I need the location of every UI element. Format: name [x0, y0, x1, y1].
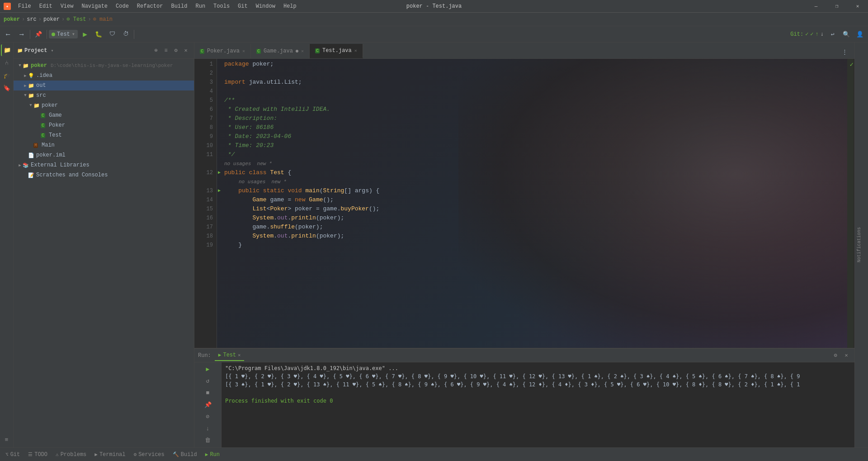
breadcrumb-main[interactable]: ⊙ main [93, 16, 113, 23]
debug-button[interactable]: 🐛 [92, 28, 105, 41]
tree-item-src[interactable]: ▼ 📁 src [14, 90, 194, 100]
minimize-button[interactable]: — [806, 0, 826, 13]
run-tab-test[interactable]: ▶ Test ✕ [215, 350, 244, 361]
menu-file[interactable]: File [14, 2, 35, 10]
code-line-19: } [224, 241, 847, 250]
tree-item-game[interactable]: C Game [14, 110, 194, 120]
tree-item-poker[interactable]: C Poker [14, 120, 194, 130]
run-rerun-button[interactable]: ↺ [202, 376, 214, 386]
git-label: Git: [790, 31, 803, 38]
bottom-tab-terminal[interactable]: ▶ Terminal [91, 449, 129, 461]
run-stop-button[interactable]: ■ [202, 388, 214, 398]
tab-poker-java[interactable]: C Poker.java ✕ [194, 44, 251, 58]
breadcrumb-poker[interactable]: poker [4, 16, 20, 23]
run-trash-button[interactable]: 🗑 [202, 436, 214, 446]
line-num-12: 12 [194, 168, 213, 177]
menu-run[interactable]: Run [192, 2, 209, 10]
menu-tools[interactable]: Tools [210, 2, 233, 10]
notification-label[interactable]: Notifications [855, 223, 863, 266]
sidebar-header: 📁 Project ▾ ⊕ ≡ ⚙ ✕ [14, 43, 194, 59]
toolbar-forward[interactable]: ⟶ [15, 28, 28, 41]
run-play-button[interactable]: ▶ [202, 364, 214, 374]
tab-close-test[interactable]: ✕ [354, 48, 357, 53]
tree-item-main[interactable]: M Main [14, 140, 194, 150]
undo-button[interactable]: ↩ [826, 28, 839, 41]
activity-learn[interactable]: 🎓 [1, 70, 13, 81]
line-num-16: 16 [194, 214, 213, 223]
git-checkmark2[interactable]: ✓ [810, 31, 813, 38]
menu-edit[interactable]: Edit [36, 2, 56, 10]
breadcrumb-poker2[interactable]: poker [43, 16, 60, 23]
bottom-tab-problems[interactable]: ⚠ Problems [52, 449, 90, 461]
run-config-selector[interactable]: Test ▾ [49, 30, 78, 38]
window-controls: — ❐ ✕ [806, 0, 868, 13]
code-line-18: System.out.println(poker); [224, 232, 847, 241]
menu-code[interactable]: Code [112, 2, 132, 10]
tree-item-extlibs[interactable]: ▶ 📚 External Libraries [14, 160, 194, 170]
activity-commit[interactable]: ⑃ [1, 57, 13, 69]
line-numbers: 1 2 3 4 5 6 7 8 9 10 11 12 13 14 15 [194, 59, 217, 348]
java-class-icon-poker: C [41, 123, 45, 128]
run-filter-button[interactable]: ⊘ [202, 412, 214, 422]
breadcrumb-test[interactable]: ⊙ Test [66, 16, 86, 23]
menu-refactor[interactable]: Refactor [133, 2, 167, 10]
sidebar-settings[interactable]: ⚙ [171, 46, 180, 55]
menu-view[interactable]: View [57, 2, 77, 10]
activity-bookmarks[interactable]: 🔖 [1, 82, 13, 94]
close-button[interactable]: ✕ [847, 0, 868, 13]
code-editor: 1 2 3 4 5 6 7 8 9 10 11 12 13 14 15 [194, 59, 854, 348]
tab-game-java[interactable]: C Game.java ✕ [251, 44, 310, 58]
bottom-tab-build-label: Build [181, 451, 197, 458]
menu-build[interactable]: Build [167, 2, 191, 10]
search-everywhere-button[interactable]: 🔍 [840, 28, 853, 41]
run-button[interactable]: ▶ [79, 28, 91, 41]
git-arrow-down[interactable]: ↓ [821, 31, 824, 38]
tree-item-idea[interactable]: ▶ 💡 .idea [14, 71, 194, 81]
bottom-tab-git[interactable]: ⌥ Git [2, 449, 24, 461]
git-arrow-up[interactable]: ↑ [816, 31, 819, 38]
sidebar-collapse[interactable]: ≡ [161, 46, 170, 55]
bottom-tabs: ⌥ Git ☰ TODO ⚠ Problems ▶ Terminal ⚙ Ser… [0, 447, 868, 461]
tabs-right-controls: ⋮ [838, 46, 854, 58]
bottom-tab-services[interactable]: ⚙ Services [130, 449, 168, 461]
run-hide-button[interactable]: ✕ [842, 351, 851, 360]
tab-test-java[interactable]: C Test.java ✕ [310, 44, 363, 58]
tab-close-game[interactable]: ✕ [301, 48, 304, 54]
menu-help[interactable]: Help [280, 2, 300, 10]
tree-item-pokeriml[interactable]: 📄 poker.iml [14, 150, 194, 160]
git-checkmark1[interactable]: ✓ [805, 31, 808, 38]
bottom-tab-run[interactable]: ▶ Run [202, 449, 223, 461]
menu-git[interactable]: Git [234, 2, 251, 10]
run-arrow-13[interactable]: ▶ [218, 186, 221, 195]
window-title: poker - Test.java [406, 3, 462, 10]
maximize-button[interactable]: ❐ [826, 0, 847, 13]
profile-button[interactable]: ⏱ [119, 28, 132, 41]
sidebar-hide[interactable]: ✕ [181, 46, 190, 55]
toolbar-back[interactable]: ⟵ [2, 28, 14, 41]
user-button[interactable]: 👤 [854, 28, 866, 41]
tree-item-poker-inner[interactable]: ▼ 📁 poker [14, 100, 194, 110]
bottom-tab-build[interactable]: 🔨 Build [169, 449, 201, 461]
breadcrumb-src[interactable]: src [27, 16, 37, 23]
tab-close-poker[interactable]: ✕ [242, 48, 245, 54]
bottom-tab-todo[interactable]: ☰ TODO [24, 449, 51, 461]
tree-item-test[interactable]: C Test [14, 130, 194, 140]
run-scroll-button[interactable]: ↓ [202, 423, 214, 433]
run-tab-close[interactable]: ✕ [238, 352, 241, 358]
menu-navigate[interactable]: Navigate [78, 2, 111, 10]
tree-item-out[interactable]: ▶ 📁 out [14, 81, 194, 90]
run-tab-label: Test [223, 352, 236, 358]
toolbar-bookmark[interactable]: 📌 [32, 28, 45, 41]
tabs-more-button[interactable]: ⋮ [838, 46, 851, 58]
tree-item-root[interactable]: ▼ 📁 poker D:\code\this-is-my-java-se-lea… [14, 61, 194, 71]
run-pin-button[interactable]: 📌 [202, 400, 214, 410]
activity-project[interactable]: 📁 [1, 44, 13, 56]
activity-structure[interactable]: ≡ [1, 434, 13, 446]
menu-window[interactable]: Window [252, 2, 279, 10]
code-content[interactable]: package poker; import java.util.List; /*… [217, 59, 847, 348]
run-arrow-12[interactable]: ▶ [218, 168, 221, 177]
run-settings-button[interactable]: ⚙ [831, 351, 840, 360]
tree-item-scratches[interactable]: 📝 Scratches and Consoles [14, 170, 194, 180]
coverage-button[interactable]: 🛡 [106, 28, 118, 41]
sidebar-locate[interactable]: ⊕ [151, 46, 160, 55]
